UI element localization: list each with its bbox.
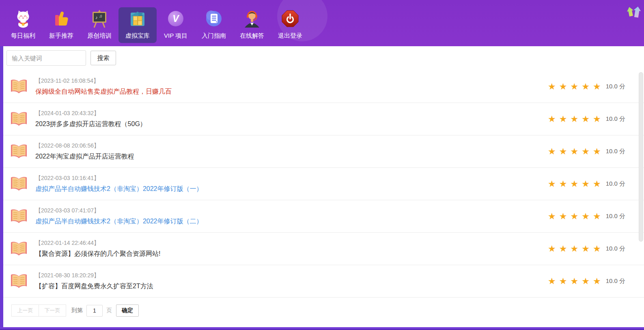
item-timestamp: 【2021-08-30 18:20:29】 <box>35 272 548 279</box>
star-rating-icons: ★★★★★ <box>548 244 604 253</box>
list-item-text: 【2022-03-03 10:16:41】 虚拟产品半自动赚钱技术2（非淘宝）2… <box>35 175 548 193</box>
nav-item-label: 新手推荐 <box>49 32 73 40</box>
item-timestamp: 【2022-03-03 10:16:41】 <box>35 175 548 182</box>
list-item-text: 【2024-01-03 20:43:32】 2023拼多多虚拟开店运营教程（50… <box>35 110 548 129</box>
star-rating-icons: ★★★★★ <box>548 147 604 156</box>
item-score: 10.0 分 <box>606 83 625 90</box>
thumbs-up-icon <box>52 9 71 28</box>
nav-item-online-support[interactable]: 在线解答 <box>233 7 271 43</box>
item-rating: ★★★★★ 10.0 分 <box>548 244 625 253</box>
blackboard-icon: ♪ ♫ <box>90 9 109 28</box>
nav-item-label: 虚拟宝库 <box>125 32 150 40</box>
item-title-link[interactable]: 虚拟产品半自动赚钱技术2（非淘宝）2022年修订版（一） <box>35 185 548 193</box>
item-title-link[interactable]: 【聚合资源】必须保存的几个聚合资源网站! <box>35 250 548 258</box>
star-rating-icons: ★★★★★ <box>548 82 604 91</box>
list-item[interactable]: 【2022-03-03 07:41:07】 虚拟产品半自动赚钱技术2（非淘宝）2… <box>3 200 644 233</box>
page-number-input[interactable] <box>86 305 103 317</box>
item-rating: ★★★★★ 10.0 分 <box>548 277 625 286</box>
bottom-frame-strip <box>0 327 644 330</box>
item-timestamp: 【2022-08-08 20:06:56】 <box>35 142 548 150</box>
prev-page-button[interactable]: 上一页 <box>11 304 39 317</box>
item-rating: ★★★★★ 10.0 分 <box>548 180 625 189</box>
item-timestamp: 【2024-01-03 20:43:32】 <box>35 110 548 117</box>
lucky-cat-icon <box>13 9 33 28</box>
item-score: 10.0 分 <box>606 180 625 188</box>
top-nav-bar: 每日福利 新手推荐 ♪ ♫ 原创培训 <box>0 0 644 46</box>
left-frame-strip <box>0 46 3 327</box>
book-icon <box>10 78 28 95</box>
item-score: 10.0 分 <box>606 148 625 155</box>
pagination: 上一页 下一页 到第 页 确定 <box>11 304 644 317</box>
list-item[interactable]: 【2024-01-03 20:43:32】 2023拼多多虚拟开店运营教程（50… <box>3 103 644 135</box>
next-page-button[interactable]: 下一页 <box>39 304 66 317</box>
book-icon <box>10 143 28 160</box>
list-item[interactable]: 【2022-08-08 20:06:56】 2022年淘宝虚拟产品开店运营教程 … <box>3 135 644 168</box>
support-agent-icon <box>242 9 262 28</box>
item-score: 10.0 分 <box>606 277 625 285</box>
search-bar: 搜索 <box>3 46 644 71</box>
item-title-link[interactable]: 2022年淘宝虚拟产品开店运营教程 <box>35 152 548 161</box>
star-rating-icons: ★★★★★ <box>548 212 604 221</box>
item-timestamp: 【2022-03-03 07:41:07】 <box>35 207 548 214</box>
list-item-text: 【2022-08-08 20:06:56】 2022年淘宝虚拟产品开店运营教程 <box>35 142 548 161</box>
main-content: 搜索 【2023-11-02 16:08:54】 保姆级全自动网站售卖虚拟产品教… <box>3 46 644 317</box>
item-score: 10.0 分 <box>606 115 625 123</box>
item-title-link[interactable]: 保姆级全自动网站售卖虚拟产品教程，日赚几百 <box>35 88 548 96</box>
item-rating: ★★★★★ 10.0 分 <box>548 82 625 91</box>
nav-item-daily-welfare[interactable]: 每日福利 <box>4 7 42 43</box>
item-rating: ★★★★★ 10.0 分 <box>548 115 625 124</box>
svg-text:V: V <box>172 13 179 24</box>
resource-list: 【2023-11-02 16:08:54】 保姆级全自动网站售卖虚拟产品教程，日… <box>3 71 644 298</box>
item-timestamp: 【2023-11-02 16:08:54】 <box>35 77 548 85</box>
star-rating-icons: ★★★★★ <box>548 180 604 189</box>
item-rating: ★★★★★ 10.0 分 <box>548 147 625 156</box>
list-item[interactable]: 【2023-11-02 16:08:54】 保姆级全自动网站售卖虚拟产品教程，日… <box>3 71 644 103</box>
book-icon <box>10 273 28 289</box>
nav-item-label: 退出登录 <box>278 32 302 40</box>
vertical-scrollbar[interactable] <box>639 72 643 242</box>
svg-text:♪: ♪ <box>95 15 98 20</box>
nav-item-label: 在线解答 <box>240 32 264 40</box>
double-arrow-logo <box>626 6 642 18</box>
warehouse-icon <box>128 9 147 28</box>
search-input[interactable] <box>6 50 86 66</box>
nav-item-logout[interactable]: 退出登录 <box>271 7 309 43</box>
list-item[interactable]: 【2022-01-14 22:46:44】 【聚合资源】必须保存的几个聚合资源网… <box>3 233 644 265</box>
book-icon <box>10 208 28 225</box>
nav-item-label: 原创培训 <box>87 32 112 40</box>
goto-page-prefix-label: 到第 <box>71 307 83 314</box>
search-button[interactable]: 搜索 <box>90 51 116 65</box>
item-score: 10.0 分 <box>606 245 625 253</box>
nav-item-newbie-recommend[interactable]: 新手推荐 <box>42 7 80 43</box>
main-navigation: 每日福利 新手推荐 ♪ ♫ 原创培训 <box>0 0 644 43</box>
nav-item-beginner-guide[interactable]: 入门指南 <box>195 7 233 43</box>
item-title-link[interactable]: 【扩容】百度网盘免费永久扩容至2T方法 <box>35 282 548 291</box>
book-icon <box>10 176 28 192</box>
star-rating-icons: ★★★★★ <box>548 277 604 286</box>
list-item-text: 【2022-03-03 07:41:07】 虚拟产品半自动赚钱技术2（非淘宝）2… <box>35 207 548 226</box>
list-item-text: 【2023-11-02 16:08:54】 保姆级全自动网站售卖虚拟产品教程，日… <box>35 77 548 96</box>
star-rating-icons: ★★★★★ <box>548 115 604 124</box>
item-timestamp: 【2022-01-14 22:46:44】 <box>35 240 548 247</box>
power-icon <box>280 9 300 28</box>
nav-item-virtual-treasury[interactable]: 虚拟宝库 <box>118 7 157 43</box>
nav-item-vip-projects[interactable]: V VIP 项目 <box>157 7 195 43</box>
item-title-link[interactable]: 虚拟产品半自动赚钱技术2（非淘宝）2022年修订版（二） <box>35 217 548 226</box>
guide-document-icon <box>204 9 224 28</box>
item-score: 10.0 分 <box>606 212 625 220</box>
nav-item-label: 每日福利 <box>11 32 35 40</box>
list-item[interactable]: 【2021-08-30 18:20:29】 【扩容】百度网盘免费永久扩容至2T方… <box>3 265 644 298</box>
svg-text:♫: ♫ <box>99 13 102 18</box>
confirm-page-button[interactable]: 确定 <box>116 304 139 317</box>
nav-item-original-training[interactable]: ♪ ♫ 原创培训 <box>80 7 118 43</box>
item-title-link[interactable]: 2023拼多多虚拟开店运营教程（50G） <box>35 120 548 129</box>
item-rating: ★★★★★ 10.0 分 <box>548 212 625 221</box>
goto-page-suffix-label: 页 <box>106 307 112 314</box>
list-item-text: 【2022-01-14 22:46:44】 【聚合资源】必须保存的几个聚合资源网… <box>35 240 548 258</box>
vip-badge-icon: V <box>166 9 185 28</box>
nav-item-label: VIP 项目 <box>164 32 187 40</box>
nav-item-label: 入门指南 <box>202 32 226 40</box>
list-item[interactable]: 【2022-03-03 10:16:41】 虚拟产品半自动赚钱技术2（非淘宝）2… <box>3 168 644 200</box>
book-icon <box>10 240 28 257</box>
book-icon <box>10 111 28 127</box>
